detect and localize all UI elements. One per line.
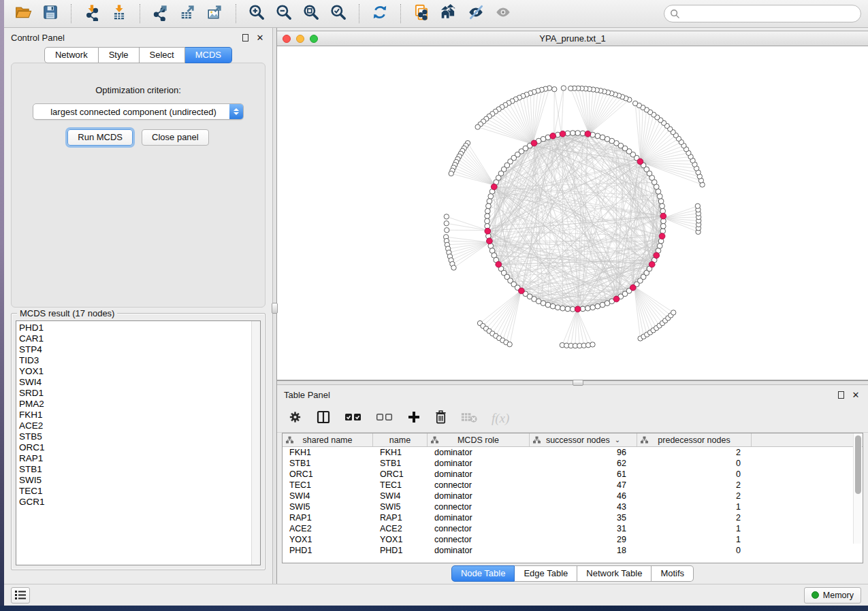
network-dominator-node[interactable] xyxy=(613,296,620,302)
table-scrollbar[interactable] xyxy=(853,433,862,544)
cell-shared-name[interactable]: TEC1 xyxy=(283,480,373,491)
select-all-button[interactable] xyxy=(344,408,362,429)
cell-MCDS-role[interactable]: dominator xyxy=(428,512,530,523)
save-button[interactable] xyxy=(38,3,63,24)
cell-name[interactable]: TEC1 xyxy=(373,480,428,491)
cell-successor-nodes[interactable]: 29 xyxy=(530,534,637,545)
network-dominator-node[interactable] xyxy=(630,284,636,291)
control-panel-float-button[interactable] xyxy=(240,32,251,43)
cell-predecessor-nodes[interactable]: 1 xyxy=(637,501,752,512)
delete-column-button[interactable] xyxy=(434,408,447,429)
criterion-select[interactable]: largest connected component (undirected) xyxy=(33,103,244,120)
mcds-list-scrollbar[interactable] xyxy=(251,321,260,565)
network-dominator-node[interactable] xyxy=(531,140,537,146)
cell-name[interactable]: STB1 xyxy=(373,458,428,469)
vertical-splitter-grip[interactable] xyxy=(272,303,278,314)
cell-name[interactable]: PHD1 xyxy=(373,545,428,556)
network-node[interactable] xyxy=(565,306,570,312)
mcds-result-item[interactable]: STB1 xyxy=(19,464,251,475)
table-row[interactable]: SWI5SWI5connector431 xyxy=(283,501,863,512)
network-node[interactable] xyxy=(590,305,596,310)
table-row[interactable]: ACE2ACE2connector311 xyxy=(283,523,863,534)
cell-shared-name[interactable]: SWI5 xyxy=(283,501,373,512)
cell-predecessor-nodes[interactable]: 2 xyxy=(637,480,752,491)
network-node[interactable] xyxy=(570,131,575,136)
network-node[interactable] xyxy=(657,244,662,249)
cell-MCDS-role[interactable]: connector xyxy=(428,501,530,512)
network-dominator-node[interactable] xyxy=(550,133,556,139)
tab-network-table[interactable]: Network Table xyxy=(577,565,652,582)
tab-style[interactable]: Style xyxy=(99,47,140,63)
cell-successor-nodes[interactable]: 31 xyxy=(530,523,637,534)
cell-name[interactable]: YOX1 xyxy=(373,534,428,545)
cell-MCDS-role[interactable]: dominator xyxy=(428,469,530,480)
table-row[interactable]: YOX1YOX1connector291 xyxy=(283,534,863,545)
cell-predecessor-nodes[interactable]: 2 xyxy=(637,447,752,458)
network-node[interactable] xyxy=(485,208,490,214)
cell-successor-nodes[interactable]: 35 xyxy=(530,512,637,523)
column-header-successor-nodes[interactable]: successor nodes⌄ xyxy=(530,433,637,446)
cell-successor-nodes[interactable]: 62 xyxy=(530,458,637,469)
zoom-selected-button[interactable] xyxy=(326,3,351,24)
gear-button[interactable] xyxy=(288,408,302,429)
network-node[interactable] xyxy=(660,223,666,229)
network-node[interactable] xyxy=(695,203,700,208)
sort-indicator-icon[interactable]: ⌄ xyxy=(615,436,620,444)
task-history-button[interactable] xyxy=(11,587,30,604)
network-file-button[interactable] xyxy=(409,3,434,24)
network-node[interactable] xyxy=(555,305,560,310)
network-node[interactable] xyxy=(568,86,573,90)
network-node[interactable] xyxy=(475,125,480,129)
close-panel-button[interactable]: Close panel xyxy=(142,129,209,146)
mcds-result-item[interactable]: ORC1 xyxy=(19,442,251,453)
cell-shared-name[interactable]: YOX1 xyxy=(283,534,373,545)
cell-shared-name[interactable]: PHD1 xyxy=(283,545,373,556)
table-row[interactable]: TEC1TEC1connector472 xyxy=(283,480,863,491)
network-node[interactable] xyxy=(561,86,566,90)
cell-predecessor-nodes[interactable]: 0 xyxy=(637,458,752,469)
cell-successor-nodes[interactable]: 46 xyxy=(530,491,637,501)
search-box[interactable] xyxy=(664,5,861,22)
network-node[interactable] xyxy=(660,203,665,209)
network-node[interactable] xyxy=(485,214,490,219)
network-node[interactable] xyxy=(487,199,492,204)
mcds-result-item[interactable]: ACE2 xyxy=(19,420,251,431)
cell-successor-nodes[interactable]: 43 xyxy=(530,501,637,512)
network-node[interactable] xyxy=(485,218,490,224)
control-panel-close-button[interactable]: ✕ xyxy=(255,32,266,43)
network-dominator-node[interactable] xyxy=(519,288,525,294)
cell-successor-nodes[interactable]: 61 xyxy=(530,469,637,480)
cell-MCDS-role[interactable]: connector xyxy=(428,534,530,545)
import-network-button[interactable] xyxy=(80,3,104,24)
network-node[interactable] xyxy=(595,133,600,139)
cell-MCDS-role[interactable]: dominator xyxy=(428,447,530,458)
hide-selected-button[interactable] xyxy=(464,3,488,24)
mcds-result-item[interactable]: YOX1 xyxy=(19,366,251,377)
zoom-out-button[interactable] xyxy=(272,3,296,24)
add-column-button[interactable] xyxy=(407,408,421,429)
network-node[interactable] xyxy=(657,194,662,199)
tab-mcds[interactable]: MCDS xyxy=(185,47,232,63)
network-node[interactable] xyxy=(451,265,456,270)
home-button[interactable] xyxy=(436,3,461,24)
export-network-button[interactable] xyxy=(148,3,173,24)
table-row[interactable]: STB1STB1dominator620 xyxy=(283,458,863,469)
tab-edge-table[interactable]: Edge Table xyxy=(515,565,577,582)
table-panel-float-button[interactable] xyxy=(835,389,846,400)
open-file-button[interactable] xyxy=(11,3,35,24)
cell-MCDS-role[interactable]: connector xyxy=(428,523,530,534)
cell-MCDS-role[interactable]: connector xyxy=(428,480,530,491)
cell-predecessor-nodes[interactable]: 2 xyxy=(637,512,752,523)
zoom-in-button[interactable] xyxy=(244,3,269,24)
network-graph[interactable] xyxy=(277,46,868,380)
tab-motifs[interactable]: Motifs xyxy=(652,565,694,582)
zoom-fit-button[interactable] xyxy=(299,3,323,24)
network-node[interactable] xyxy=(595,303,600,309)
cell-MCDS-role[interactable]: dominator xyxy=(428,545,530,556)
column-header-shared-name[interactable]: shared name xyxy=(283,433,373,446)
cell-predecessor-nodes[interactable]: 1 xyxy=(637,523,752,534)
cell-name[interactable]: RAP1 xyxy=(373,512,428,523)
network-node[interactable] xyxy=(445,228,449,233)
memory-button[interactable]: Memory xyxy=(804,587,861,604)
network-node[interactable] xyxy=(507,342,512,346)
